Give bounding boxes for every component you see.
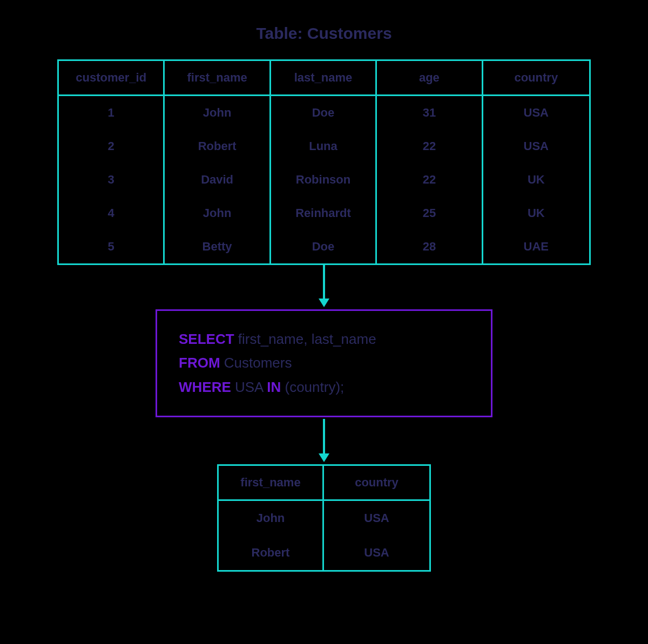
sql-text: (country); bbox=[281, 379, 344, 395]
sql-keyword-in: IN bbox=[267, 379, 281, 395]
table-cell: Robert bbox=[165, 130, 269, 163]
result-table: first_name country John Robert USA USA bbox=[217, 464, 431, 572]
table-cell: John bbox=[165, 196, 269, 230]
sql-keyword-from: FROM bbox=[179, 355, 220, 371]
result-table-body: John Robert USA USA bbox=[219, 501, 429, 570]
sql-line-from: FROM Customers bbox=[179, 355, 469, 371]
table-cell: 28 bbox=[377, 230, 481, 263]
result-table-header: first_name country bbox=[219, 466, 429, 501]
table-cell: Reinhardt bbox=[271, 196, 375, 230]
table-cell: USA bbox=[324, 501, 429, 535]
col-header-country: country bbox=[483, 61, 589, 94]
result-col-header-country: country bbox=[324, 466, 429, 499]
table-title: Table: Customers bbox=[0, 24, 648, 43]
table-cell: UAE bbox=[483, 230, 589, 263]
table-cell: David bbox=[165, 163, 269, 196]
table-cell: 22 bbox=[377, 163, 481, 196]
table-cell: UK bbox=[483, 196, 589, 230]
sql-keyword-select: SELECT bbox=[179, 331, 234, 347]
table-cell: 2 bbox=[59, 130, 163, 163]
sql-text: Customers bbox=[220, 355, 292, 371]
table-cell: UK bbox=[483, 163, 589, 196]
table-cell: 1 bbox=[59, 96, 163, 130]
col-header-age: age bbox=[377, 61, 483, 94]
result-col-first-name: John Robert bbox=[219, 501, 324, 570]
table-cell: 4 bbox=[59, 196, 163, 230]
table-cell: 22 bbox=[377, 130, 481, 163]
sql-keyword-where: WHERE bbox=[179, 379, 231, 395]
table-cell: Luna bbox=[271, 130, 375, 163]
result-col-header-first-name: first_name bbox=[219, 466, 324, 499]
table-cell: 25 bbox=[377, 196, 481, 230]
sql-query-box: SELECT first_name, last_name FROM Custom… bbox=[156, 309, 492, 417]
col-header-customer-id: customer_id bbox=[59, 61, 165, 94]
sql-line-select: SELECT first_name, last_name bbox=[179, 331, 469, 348]
sql-text: USA bbox=[231, 379, 267, 395]
table-cell: USA bbox=[483, 130, 589, 163]
customers-table: customer_id first_name last_name age cou… bbox=[57, 59, 591, 265]
col-header-first-name: first_name bbox=[165, 61, 271, 94]
col-customer-id: 1 2 3 4 5 bbox=[59, 96, 165, 263]
table-cell: Doe bbox=[271, 96, 375, 130]
table-cell: 31 bbox=[377, 96, 481, 130]
table-cell: 3 bbox=[59, 163, 163, 196]
customers-table-body: 1 2 3 4 5 John Robert David John Betty D… bbox=[59, 96, 589, 263]
col-age: 31 22 22 25 28 bbox=[377, 96, 483, 263]
col-first-name: John Robert David John Betty bbox=[165, 96, 271, 263]
table-cell: Betty bbox=[165, 230, 269, 263]
table-cell: John bbox=[165, 96, 269, 130]
customers-table-header: customer_id first_name last_name age cou… bbox=[59, 61, 589, 96]
result-col-country: USA USA bbox=[324, 501, 429, 570]
sql-text: first_name, last_name bbox=[234, 331, 376, 347]
arrow-down-icon bbox=[322, 419, 326, 462]
table-cell: Doe bbox=[271, 230, 375, 263]
table-cell: John bbox=[219, 501, 322, 535]
table-cell: Robinson bbox=[271, 163, 375, 196]
table-cell: USA bbox=[324, 535, 429, 570]
col-header-last-name: last_name bbox=[271, 61, 377, 94]
col-country: USA USA UK UK UAE bbox=[483, 96, 589, 263]
arrow-down-icon bbox=[322, 264, 326, 307]
table-cell: 5 bbox=[59, 230, 163, 263]
sql-line-where: WHERE USA IN (country); bbox=[179, 379, 469, 396]
table-cell: USA bbox=[483, 96, 589, 130]
col-last-name: Doe Luna Robinson Reinhardt Doe bbox=[271, 96, 377, 263]
table-cell: Robert bbox=[219, 535, 322, 570]
